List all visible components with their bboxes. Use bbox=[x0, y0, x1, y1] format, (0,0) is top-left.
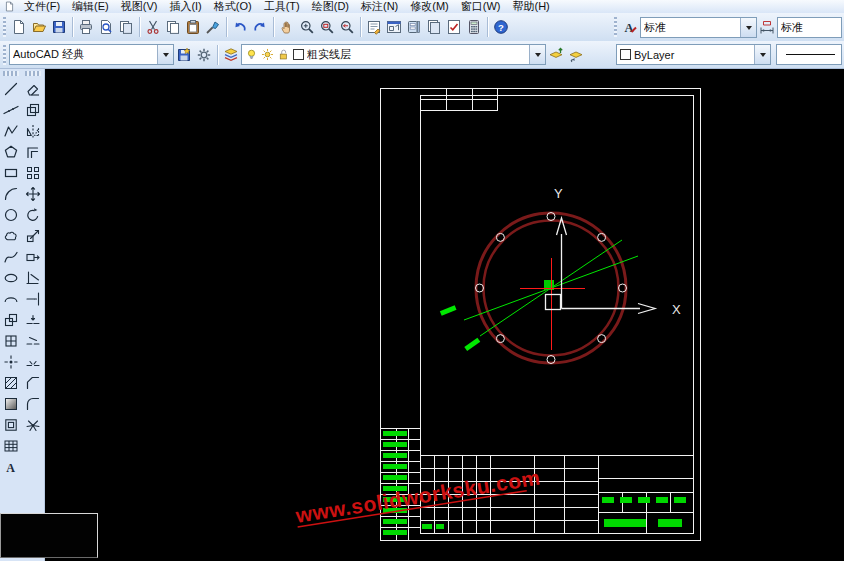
insert-block-icon[interactable] bbox=[1, 309, 21, 330]
layer-dropdown-arrow[interactable] bbox=[529, 45, 545, 64]
hatch-icon[interactable] bbox=[1, 372, 21, 393]
revision-cloud-icon[interactable] bbox=[1, 225, 21, 246]
drawing-svg[interactable]: Y X www.solidworksku.com bbox=[44, 68, 844, 561]
menu-insert[interactable]: 插入(I) bbox=[163, 0, 207, 13]
undo-icon[interactable] bbox=[230, 16, 250, 38]
standard-toolbar-grip[interactable] bbox=[3, 17, 6, 37]
open-icon[interactable] bbox=[29, 16, 49, 38]
point-icon[interactable] bbox=[1, 351, 21, 372]
draw-toolbar-grip[interactable] bbox=[3, 71, 19, 76]
polygon-icon[interactable] bbox=[1, 141, 21, 162]
plot-icon[interactable] bbox=[76, 16, 96, 38]
text-style-combo[interactable]: 标准 bbox=[640, 17, 757, 38]
menu-dimension[interactable]: 标注(N) bbox=[355, 0, 404, 13]
cut-icon[interactable] bbox=[143, 16, 163, 38]
zoom-previous-icon[interactable] bbox=[337, 16, 357, 38]
match-properties-icon[interactable] bbox=[203, 16, 223, 38]
dim-style-combo[interactable]: 标准 bbox=[777, 17, 842, 38]
array-icon[interactable] bbox=[23, 162, 43, 183]
model-space-canvas[interactable]: Y X www.solidworksku.com bbox=[44, 68, 844, 561]
sun-icon[interactable] bbox=[261, 48, 274, 61]
menu-window[interactable]: 窗口(W) bbox=[455, 0, 507, 13]
zoom-window-icon[interactable] bbox=[317, 16, 337, 38]
workspace-settings-icon[interactable] bbox=[194, 44, 214, 66]
menu-file[interactable]: 文件(F) bbox=[18, 0, 66, 13]
color-combo[interactable]: ByLayer bbox=[616, 44, 771, 65]
explode-icon[interactable] bbox=[23, 414, 43, 435]
paste-icon[interactable] bbox=[183, 16, 203, 38]
multiline-text-icon[interactable] bbox=[1, 456, 21, 477]
workspace-combo[interactable]: AutoCAD 经典 bbox=[9, 44, 174, 65]
layer-properties-icon[interactable] bbox=[221, 44, 241, 66]
move-icon[interactable] bbox=[23, 183, 43, 204]
arc-icon[interactable] bbox=[1, 183, 21, 204]
offset-icon[interactable] bbox=[23, 141, 43, 162]
extend-icon[interactable] bbox=[23, 288, 43, 309]
construction-line-icon[interactable] bbox=[1, 99, 21, 120]
ellipse-arc-icon[interactable] bbox=[1, 288, 21, 309]
stretch-icon[interactable] bbox=[23, 246, 43, 267]
break-icon[interactable] bbox=[23, 330, 43, 351]
line-icon[interactable] bbox=[1, 78, 21, 99]
tool-palettes-icon[interactable] bbox=[404, 16, 424, 38]
save-workspace-icon[interactable] bbox=[174, 44, 194, 66]
menu-format[interactable]: 格式(O) bbox=[208, 0, 258, 13]
make-block-icon[interactable] bbox=[1, 330, 21, 351]
zoom-realtime-icon[interactable] bbox=[297, 16, 317, 38]
watermark: www.solidworksku.com bbox=[293, 466, 542, 528]
fillet-icon[interactable] bbox=[23, 393, 43, 414]
menu-modify[interactable]: 修改(M) bbox=[404, 0, 455, 13]
rectangle-icon[interactable] bbox=[1, 162, 21, 183]
sheet-set-manager-icon[interactable] bbox=[424, 16, 444, 38]
table-icon[interactable] bbox=[1, 435, 21, 456]
ellipse-icon[interactable] bbox=[1, 267, 21, 288]
help-icon[interactable] bbox=[491, 16, 511, 38]
publish-icon[interactable] bbox=[116, 16, 136, 38]
save-icon[interactable] bbox=[49, 16, 69, 38]
markup-set-manager-icon[interactable] bbox=[444, 16, 464, 38]
floating-window[interactable] bbox=[0, 513, 98, 558]
join-icon[interactable] bbox=[23, 351, 43, 372]
mirror-icon[interactable] bbox=[23, 120, 43, 141]
menu-tools[interactable]: 工具(T) bbox=[258, 0, 306, 13]
light-bulb-icon[interactable] bbox=[245, 48, 258, 61]
redo-icon[interactable] bbox=[250, 16, 270, 38]
paper-frame[interactable] bbox=[381, 89, 701, 541]
trim-icon[interactable] bbox=[23, 267, 43, 288]
rotate-icon[interactable] bbox=[23, 204, 43, 225]
circle-icon[interactable] bbox=[1, 204, 21, 225]
pan-icon[interactable] bbox=[277, 16, 297, 38]
linetype-combo[interactable] bbox=[776, 44, 842, 65]
menu-edit[interactable]: 编辑(E) bbox=[66, 0, 115, 13]
erase-icon[interactable] bbox=[23, 78, 43, 99]
break-at-point-icon[interactable] bbox=[23, 309, 43, 330]
make-object-layer-icon[interactable] bbox=[546, 44, 566, 66]
new-icon[interactable] bbox=[9, 16, 29, 38]
styles-toolbar-grip[interactable] bbox=[614, 17, 617, 37]
workspace-dropdown-arrow[interactable] bbox=[157, 45, 173, 64]
color-dropdown-arrow[interactable] bbox=[754, 45, 770, 64]
gradient-icon[interactable] bbox=[1, 393, 21, 414]
region-icon[interactable] bbox=[1, 414, 21, 435]
copy-icon[interactable] bbox=[23, 99, 43, 120]
chamfer-icon[interactable] bbox=[23, 372, 43, 393]
properties-icon[interactable] bbox=[364, 16, 384, 38]
menu-view[interactable]: 视图(V) bbox=[115, 0, 164, 13]
plot-preview-icon[interactable] bbox=[96, 16, 116, 38]
layer-previous-icon[interactable] bbox=[566, 44, 586, 66]
design-center-icon[interactable] bbox=[384, 16, 404, 38]
scale-icon[interactable] bbox=[23, 225, 43, 246]
polyline-icon[interactable] bbox=[1, 120, 21, 141]
copy-icon[interactable] bbox=[163, 16, 183, 38]
menu-help[interactable]: 帮助(H) bbox=[507, 0, 556, 13]
text-style-icon[interactable] bbox=[620, 16, 640, 38]
unlock-icon[interactable] bbox=[277, 48, 290, 61]
menu-draw[interactable]: 绘图(D) bbox=[306, 0, 355, 13]
quick-calc-icon[interactable] bbox=[464, 16, 484, 38]
text-style-dropdown-arrow[interactable] bbox=[740, 18, 756, 37]
modify-toolbar-grip[interactable] bbox=[25, 71, 41, 76]
workspaces-toolbar-grip[interactable] bbox=[3, 45, 6, 65]
spline-icon[interactable] bbox=[1, 246, 21, 267]
layer-combo[interactable]: 粗实线层 bbox=[241, 44, 546, 65]
dim-style-icon[interactable] bbox=[757, 16, 777, 38]
